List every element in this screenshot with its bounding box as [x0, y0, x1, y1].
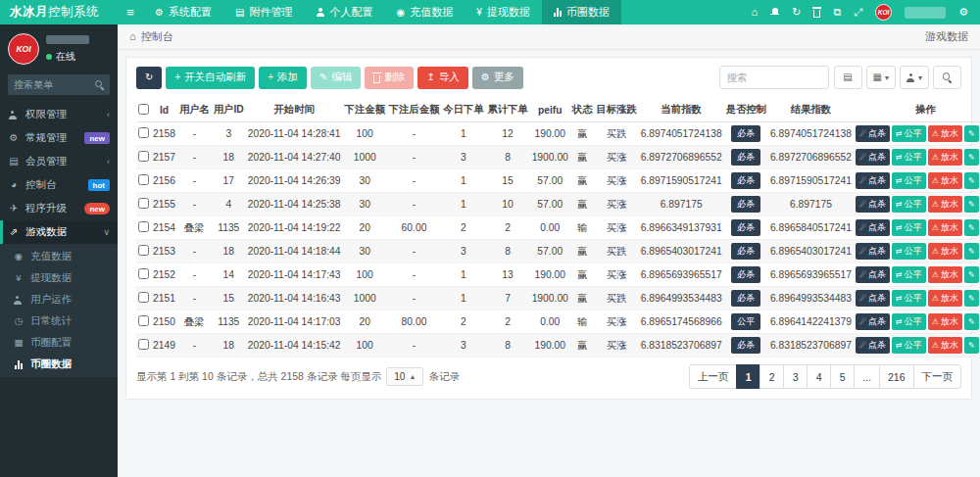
page-button-5[interactable]: 5 — [830, 364, 855, 389]
row-checkbox[interactable] — [138, 174, 149, 185]
sidebar-item-程序升级[interactable]: ✈程序升级new — [0, 197, 118, 220]
page-button-1[interactable]: 1 — [736, 364, 760, 389]
spot-kill-button[interactable]: ☄点杀 — [856, 149, 890, 166]
column-header-Id[interactable]: Id — [151, 98, 177, 122]
row-edit-button[interactable]: ✎ — [964, 125, 979, 142]
row-edit-button[interactable]: ✎ — [964, 196, 979, 213]
column-header-今日下单[interactable]: 今日下单 — [441, 98, 485, 122]
spot-kill-button[interactable]: ☄点杀 — [856, 172, 890, 189]
row-edit-button[interactable]: ✎ — [964, 313, 979, 330]
spot-kill-button[interactable]: ☄点杀 — [856, 196, 890, 213]
sidebar-item-游戏数据[interactable]: ⇗游戏数据∨ — [0, 220, 118, 244]
page-button-3[interactable]: 3 — [783, 364, 808, 389]
row-checkbox[interactable] — [138, 198, 149, 209]
column-header-开始时间[interactable]: 开始时间 — [246, 98, 343, 122]
toggle-view-button[interactable]: ▤ — [834, 66, 862, 89]
spot-kill-button[interactable]: ☄点杀 — [856, 266, 890, 283]
sidebar-item-控制台[interactable]: ◕控制台hot — [0, 173, 118, 197]
submenu-item-币圈数据[interactable]: 币圈数据 — [0, 354, 118, 375]
topbar-item-个人配置[interactable]: 个人配置 — [304, 0, 384, 24]
row-edit-button[interactable]: ✎ — [964, 172, 979, 189]
topbar-item-币圈数据[interactable]: 币圈数据 — [542, 0, 621, 24]
copy-icon[interactable]: ⧉ — [833, 7, 841, 18]
more-button[interactable]: ⚙更多 — [472, 67, 523, 89]
submenu-item-币圈配置[interactable]: ▦币圈配置 — [0, 332, 118, 354]
column-header-用户名[interactable]: 用户名 — [177, 98, 212, 122]
edit-button[interactable]: ✎编辑 — [311, 67, 361, 89]
table-search-input[interactable] — [719, 66, 829, 89]
fair-button[interactable]: ⇄公平 — [892, 266, 926, 283]
row-edit-button[interactable]: ✎ — [964, 243, 979, 260]
column-header-用户ID[interactable]: 用户ID — [212, 98, 246, 122]
fair-button[interactable]: ⇄公平 — [892, 313, 926, 330]
import-button[interactable]: ↥导入 — [417, 67, 467, 89]
row-edit-button[interactable]: ✎ — [964, 266, 979, 283]
refresh-icon[interactable]: ↻ — [792, 7, 801, 18]
column-header-累计下单[interactable]: 累计下单 — [485, 98, 529, 122]
column-header-peifu[interactable]: peifu — [530, 98, 570, 122]
trash-icon[interactable] — [813, 10, 820, 18]
release-water-button[interactable]: ⚠放水 — [928, 196, 962, 213]
sidebar-item-会员管理[interactable]: ▤会员管理‹ — [0, 150, 118, 173]
submenu-item-用户运作[interactable]: 用户运作 — [0, 289, 118, 310]
delete-button[interactable]: 删除 — [365, 67, 414, 89]
username-redacted[interactable] — [905, 7, 946, 19]
column-header-操作[interactable]: 操作 — [854, 98, 980, 122]
fair-button[interactable]: ⇄公平 — [892, 219, 926, 236]
spot-kill-button[interactable]: ☄点杀 — [856, 313, 890, 330]
release-water-button[interactable]: ⚠放水 — [928, 125, 962, 142]
column-header-目标涨跌[interactable]: 目标涨跌 — [594, 98, 638, 122]
column-header-是否控制[interactable]: 是否控制 — [724, 98, 768, 122]
fair-button[interactable]: ⇄公平 — [892, 149, 926, 166]
sidebar-item-常规管理[interactable]: ⚙常规管理new — [0, 126, 118, 150]
columns-button[interactable]: ▦▾ — [866, 66, 896, 89]
release-water-button[interactable]: ⚠放水 — [928, 172, 962, 189]
spot-kill-button[interactable]: ☄点杀 — [856, 290, 890, 307]
release-water-button[interactable]: ⚠放水 — [928, 313, 962, 330]
row-checkbox[interactable] — [138, 221, 149, 232]
sidebar-search-input[interactable] — [8, 74, 89, 95]
spot-kill-button[interactable]: ☄点杀 — [856, 125, 890, 142]
spot-kill-button[interactable]: ☄点杀 — [856, 219, 890, 236]
row-checkbox[interactable] — [138, 339, 149, 350]
fair-button[interactable]: ⇄公平 — [892, 172, 926, 189]
fair-button[interactable]: ⇄公平 — [892, 243, 926, 260]
bell-icon[interactable] — [770, 8, 779, 17]
row-checkbox[interactable] — [138, 151, 149, 162]
row-checkbox[interactable] — [138, 245, 149, 256]
spot-kill-button[interactable]: ☄点杀 — [856, 243, 890, 260]
topbar-item-充值数据[interactable]: ◉充值数据 — [384, 0, 465, 24]
row-edit-button[interactable]: ✎ — [964, 149, 979, 166]
row-checkbox[interactable] — [138, 268, 149, 279]
settings-gears-icon[interactable]: ⚙ — [958, 7, 968, 18]
breadcrumb-left[interactable]: 控制台 — [141, 29, 173, 44]
row-edit-button[interactable]: ✎ — [964, 219, 979, 236]
auto-refresh-button[interactable]: +开关自动刷新 — [166, 67, 255, 89]
column-header-当前指数[interactable]: 当前指数 — [639, 98, 724, 122]
release-water-button[interactable]: ⚠放水 — [928, 337, 962, 354]
user-avatar[interactable]: KOI — [875, 4, 892, 21]
row-checkbox[interactable] — [138, 315, 149, 326]
page-button-4[interactable]: 4 — [807, 364, 831, 389]
add-button[interactable]: +添加 — [259, 67, 307, 89]
column-header-结果指数[interactable]: 结果指数 — [768, 98, 854, 122]
submenu-item-充值数据[interactable]: ◉充值数据 — [0, 246, 118, 267]
row-edit-button[interactable]: ✎ — [964, 337, 979, 354]
topbar-item-附件管理[interactable]: ▤附件管理 — [223, 0, 304, 24]
page-button-216[interactable]: 216 — [879, 364, 914, 389]
release-water-button[interactable]: ⚠放水 — [928, 290, 962, 307]
submenu-item-提现数据[interactable]: ¥提现数据 — [0, 267, 118, 289]
page-button-...[interactable]: ... — [854, 364, 880, 389]
column-header-下注金额[interactable]: 下注金额 — [343, 98, 387, 122]
search-button[interactable] — [933, 66, 961, 89]
topbar-item-系统配置[interactable]: ⚙系统配置 — [143, 0, 223, 24]
select-all-checkbox[interactable] — [138, 104, 149, 115]
release-water-button[interactable]: ⚠放水 — [928, 243, 962, 260]
home-icon[interactable]: ⌂ — [752, 7, 759, 18]
sidebar-toggle-icon[interactable]: ≡ — [118, 0, 143, 24]
release-water-button[interactable]: ⚠放水 — [928, 149, 962, 166]
release-water-button[interactable]: ⚠放水 — [928, 266, 962, 283]
fair-button[interactable]: ⇄公平 — [892, 196, 926, 213]
export-button[interactable]: ▾ — [900, 66, 929, 89]
page-size-select[interactable]: 10 ▲ — [386, 367, 423, 386]
